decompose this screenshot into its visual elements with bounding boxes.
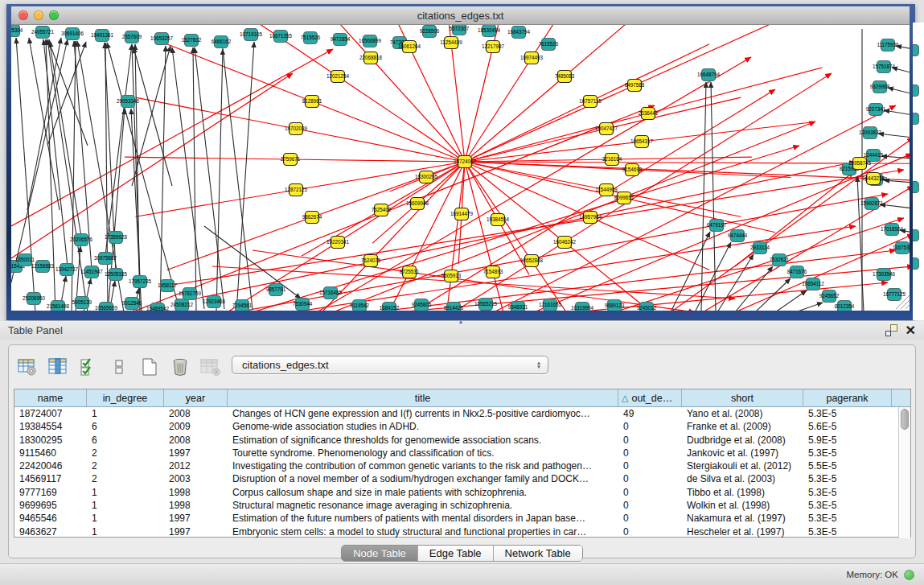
split-divider-handle[interactable]: ▲ <box>455 319 466 324</box>
network-node[interactable]: 19384554 <box>487 214 510 226</box>
cell-title[interactable]: Embryonic stem cells: a model to study s… <box>228 525 618 538</box>
cell-name[interactable]: 9465546 <box>14 512 87 525</box>
column-visibility-icon[interactable] <box>78 356 99 377</box>
network-node[interactable]: 30691406 <box>61 28 84 40</box>
network-node[interactable]: 10220341 <box>326 237 350 249</box>
cell-out_de[interactable]: 0 <box>618 459 682 472</box>
cell-in_degree[interactable]: 1 <box>87 525 164 538</box>
cell-name[interactable]: 19384554 <box>14 420 87 433</box>
network-node[interactable]: 24508212 <box>170 299 194 311</box>
network-node[interactable]: 2933114 <box>750 242 770 254</box>
network-node[interactable]: 10565659 <box>95 303 118 311</box>
network-node[interactable]: 10719165 <box>240 29 263 41</box>
network-node[interactable]: 17016504 <box>881 224 904 236</box>
network-node[interactable]: 9154693 <box>622 164 643 176</box>
network-node[interactable]: 7485083 <box>555 71 575 83</box>
network-node[interactable]: 7615526 <box>539 39 559 51</box>
cell-title[interactable]: Corpus callosum shape and size in male p… <box>228 486 618 499</box>
cell-pagerank[interactable]: 5.6E-5 <box>803 420 892 433</box>
network-node[interactable]: 12923468 <box>203 296 226 308</box>
table-select-dropdown[interactable]: citations_edges.txt ▲▼ <box>232 356 548 374</box>
cell-in_degree[interactable]: 1 <box>87 407 164 420</box>
cell-in_degree[interactable]: 1 <box>87 486 164 499</box>
network-node[interactable]: 16777125 <box>883 289 906 301</box>
cell-year[interactable]: 1997 <box>164 525 228 538</box>
vertical-scrollbar[interactable] <box>898 407 910 538</box>
cell-name[interactable]: 18300295 <box>14 434 87 447</box>
scrollbar-thumb[interactable] <box>901 409 909 430</box>
table-row[interactable]: 969969511998Structural magnetic resonanc… <box>14 499 898 512</box>
cell-in_degree[interactable]: 6 <box>87 420 164 433</box>
cell-out_de[interactable]: 0 <box>618 447 682 459</box>
table-row[interactable]: 1456911722003Disruption of a novel membe… <box>14 472 898 485</box>
tab-node-table[interactable]: Node Table <box>342 546 418 561</box>
cell-short[interactable]: Franke et al. (2009) <box>682 420 803 433</box>
table-row[interactable]: 977716911998Corpus callosum shape and si… <box>14 486 898 499</box>
column-header-title[interactable]: title <box>228 389 618 406</box>
network-node[interactable]: 16566899 <box>359 35 382 47</box>
network-node[interactable]: 16671355 <box>269 31 293 43</box>
cell-out_de[interactable]: 0 <box>618 525 682 538</box>
network-node[interactable]: 14957964 <box>579 212 602 224</box>
network-node[interactable]: 9227341 <box>866 104 886 116</box>
network-node[interactable]: 9228506 <box>420 26 440 38</box>
cell-out_de[interactable]: 0 <box>618 420 682 433</box>
network-node[interactable]: 12021254 <box>326 71 350 83</box>
cell-name[interactable]: 18724007 <box>14 407 87 420</box>
cell-year[interactable]: 2008 <box>164 407 228 420</box>
cell-in_degree[interactable]: 2 <box>87 447 164 459</box>
cell-out_de[interactable]: 0 <box>618 434 682 447</box>
cell-pagerank[interactable]: 5.3E-5 <box>803 407 892 420</box>
column-header-pagerank[interactable]: pagerank <box>803 389 892 406</box>
network-node[interactable] <box>913 84 919 97</box>
network-node[interactable]: 9689123 <box>605 300 625 311</box>
close-panel-icon[interactable]: ✕ <box>906 325 916 336</box>
cell-short[interactable]: Dudbridge et al. (2008) <box>682 434 803 447</box>
network-node[interactable]: 9245805 <box>412 299 432 311</box>
cell-title[interactable]: Disruption of a novel member of a sodium… <box>228 472 618 485</box>
network-node[interactable]: 7624075 <box>361 255 381 267</box>
network-node[interactable]: 10654317 <box>630 136 654 148</box>
table-row[interactable]: 946362711997Embryonic stem cells: a mode… <box>14 525 898 538</box>
cell-year[interactable]: 1997 <box>164 447 228 459</box>
network-node[interactable]: 6497568 <box>625 80 645 92</box>
cell-year[interactable]: 1998 <box>164 486 228 499</box>
tab-network-table[interactable]: Network Table <box>494 546 582 561</box>
cell-in_degree[interactable]: 6 <box>87 434 164 447</box>
network-node[interactable]: 9472854 <box>331 34 351 46</box>
network-node[interactable]: 7294561 <box>232 300 253 311</box>
network-node[interactable]: 9346931 <box>508 302 528 311</box>
cell-in_degree[interactable]: 2 <box>87 472 164 485</box>
cell-name[interactable]: 9463627 <box>14 525 87 538</box>
table-row[interactable]: 1938455462009Genome-wide association stu… <box>14 420 898 433</box>
network-node[interactable]: 15992871 <box>860 198 884 210</box>
cell-short[interactable]: Stergiakouli et al. (2012) <box>682 459 803 472</box>
cell-year[interactable]: 1998 <box>164 499 228 512</box>
cell-pagerank[interactable]: 5.3E-5 <box>803 512 892 525</box>
cell-year[interactable]: 2009 <box>164 420 228 433</box>
import-table-icon[interactable] <box>200 356 221 377</box>
network-node[interactable]: 25206950 <box>23 293 46 305</box>
cell-year[interactable]: 2003 <box>164 472 228 485</box>
network-node[interactable]: 5572307 <box>450 25 470 35</box>
cell-pagerank[interactable]: 5.9E-5 <box>803 434 892 447</box>
network-node[interactable]: 1167534 <box>893 242 910 254</box>
network-node[interactable]: 12872125 <box>285 184 308 196</box>
network-node[interactable]: 9862674 <box>302 212 322 224</box>
network-node[interactable]: 13942737 <box>55 264 79 276</box>
network-node[interactable]: 12505185 <box>105 269 128 281</box>
network-node[interactable]: 18491361 <box>91 30 114 42</box>
network-node[interactable]: 15489542 <box>146 303 170 311</box>
network-node[interactable]: 10653257 <box>150 33 174 45</box>
network-node[interactable]: 9329968 <box>870 81 890 93</box>
network-node[interactable]: 8012354 <box>835 301 855 311</box>
network-node[interactable]: 10974493 <box>520 52 544 64</box>
network-node[interactable]: 17957235 <box>129 276 152 288</box>
network-node[interactable]: 11451947 <box>80 266 103 278</box>
show-column-icon[interactable] <box>47 356 68 377</box>
cell-short[interactable]: Nakamura et al. (1997) <box>682 512 803 525</box>
cell-pagerank[interactable]: 5.3E-5 <box>803 486 892 499</box>
network-node[interactable]: 5905139 <box>72 297 92 309</box>
network-node[interactable] <box>913 113 919 125</box>
network-node[interactable]: 8099657 <box>614 192 634 204</box>
